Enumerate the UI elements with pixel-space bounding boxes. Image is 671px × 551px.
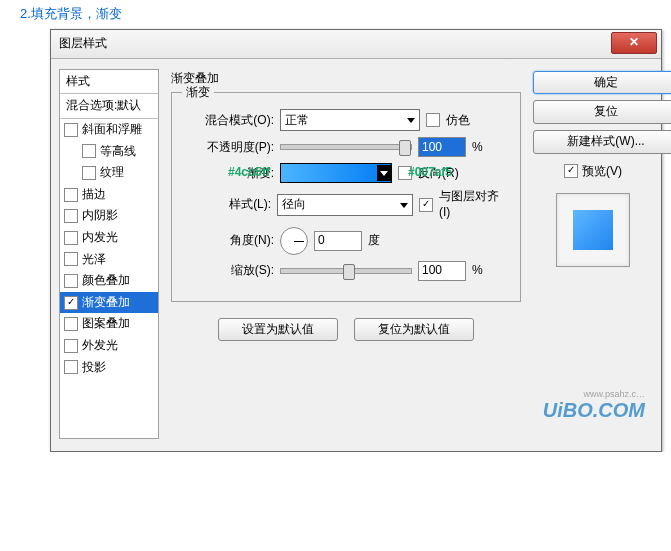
angle-dial[interactable] — [280, 227, 308, 255]
style-item-2[interactable]: 纹理 — [60, 162, 158, 184]
style-item-1[interactable]: 等高线 — [60, 141, 158, 163]
styles-list: 样式 混合选项:默认 斜面和浮雕等高线纹理描边内阴影内发光光泽颜色叠加渐变叠加图… — [59, 69, 159, 439]
gradient-overlay-panel: 渐变叠加 渐变 混合模式(O): 正常 仿色 不透明度(P): 100 % — [167, 69, 525, 439]
style-value: 径向 — [282, 197, 306, 213]
style-item-4[interactable]: 内阴影 — [60, 205, 158, 227]
style-item-checkbox[interactable] — [64, 188, 78, 202]
style-item-11[interactable]: 投影 — [60, 357, 158, 379]
angle-label: 角度(N): — [184, 233, 274, 249]
scale-unit: % — [472, 263, 483, 279]
style-item-0[interactable]: 斜面和浮雕 — [60, 119, 158, 141]
angle-field[interactable]: 0 — [314, 231, 362, 251]
page-caption: 2.填充背景，渐变 — [0, 0, 671, 29]
style-item-checkbox[interactable] — [82, 166, 96, 180]
watermark: www.psahz.c… UiBO.COM — [543, 389, 645, 422]
align-label: 与图层对齐(I) — [439, 189, 508, 220]
style-select[interactable]: 径向 — [277, 194, 413, 216]
style-item-9[interactable]: 图案叠加 — [60, 313, 158, 335]
opacity-field[interactable]: 100 — [418, 137, 466, 157]
style-item-10[interactable]: 外发光 — [60, 335, 158, 357]
style-item-3[interactable]: 描边 — [60, 184, 158, 206]
style-item-checkbox[interactable] — [82, 144, 96, 158]
style-item-checkbox[interactable] — [64, 231, 78, 245]
dither-checkbox[interactable] — [426, 113, 440, 127]
reset-button[interactable]: 复位 — [533, 100, 671, 124]
style-item-label: 斜面和浮雕 — [82, 122, 142, 138]
chevron-down-icon — [377, 165, 391, 181]
fieldset-legend: 渐变 — [182, 85, 214, 101]
style-item-checkbox[interactable] — [64, 339, 78, 353]
preview-label: 预览(V) — [582, 164, 622, 180]
style-item-label: 投影 — [82, 360, 106, 376]
style-item-checkbox[interactable] — [64, 252, 78, 266]
annotation-color-left: #4cb5ff — [228, 165, 270, 181]
style-item-checkbox[interactable] — [64, 296, 78, 310]
chevron-down-icon — [400, 203, 408, 208]
new-style-button[interactable]: 新建样式(W)... — [533, 130, 671, 154]
style-item-label: 描边 — [82, 187, 106, 203]
style-item-checkbox[interactable] — [64, 317, 78, 331]
preview-swatch — [573, 210, 613, 250]
scale-label: 缩放(S): — [184, 263, 274, 279]
dialog-buttons: 确定 复位 新建样式(W)... 预览(V) — [533, 69, 653, 439]
style-item-label: 外发光 — [82, 338, 118, 354]
style-item-checkbox[interactable] — [64, 209, 78, 223]
titlebar: 图层样式 ✕ — [51, 30, 661, 59]
opacity-unit: % — [472, 140, 483, 156]
chevron-down-icon — [407, 118, 415, 123]
style-item-label: 内阴影 — [82, 208, 118, 224]
style-item-checkbox[interactable] — [64, 123, 78, 137]
style-item-label: 颜色叠加 — [82, 273, 130, 289]
opacity-label: 不透明度(P): — [184, 140, 274, 156]
close-button[interactable]: ✕ — [611, 32, 657, 54]
style-item-checkbox[interactable] — [64, 360, 78, 374]
scale-slider[interactable] — [280, 268, 412, 274]
ok-button[interactable]: 确定 — [533, 71, 671, 95]
blend-mode-label: 混合模式(O): — [184, 113, 274, 129]
preview-checkbox[interactable] — [564, 164, 578, 178]
blend-mode-value: 正常 — [285, 113, 309, 129]
style-item-7[interactable]: 颜色叠加 — [60, 270, 158, 292]
style-item-label: 渐变叠加 — [82, 295, 130, 311]
styles-header[interactable]: 样式 — [60, 70, 158, 95]
style-item-label: 光泽 — [82, 252, 106, 268]
opacity-slider[interactable] — [280, 144, 412, 150]
close-icon: ✕ — [629, 35, 639, 51]
style-item-label: 等高线 — [100, 144, 136, 160]
style-item-label: 内发光 — [82, 230, 118, 246]
angle-unit: 度 — [368, 233, 380, 249]
reset-default-button[interactable]: 复位为默认值 — [354, 318, 474, 342]
blend-mode-select[interactable]: 正常 — [280, 109, 420, 131]
blend-options-default[interactable]: 混合选项:默认 — [60, 94, 158, 119]
style-label: 样式(L): — [184, 197, 271, 213]
style-item-label: 图案叠加 — [82, 316, 130, 332]
dither-label: 仿色 — [446, 113, 470, 129]
style-item-label: 纹理 — [100, 165, 124, 181]
gradient-picker[interactable] — [280, 163, 392, 183]
scale-field[interactable]: 100 — [418, 261, 466, 281]
panel-title: 渐变叠加 — [171, 71, 521, 87]
style-item-6[interactable]: 光泽 — [60, 249, 158, 271]
style-item-8[interactable]: 渐变叠加 — [60, 292, 158, 314]
style-item-checkbox[interactable] — [64, 274, 78, 288]
window-title: 图层样式 — [59, 36, 107, 52]
preview-thumbnail — [556, 193, 630, 267]
set-default-button[interactable]: 设置为默认值 — [218, 318, 338, 342]
annotation-color-right: #007af5 — [408, 165, 452, 181]
style-item-5[interactable]: 内发光 — [60, 227, 158, 249]
align-checkbox[interactable] — [419, 198, 433, 212]
